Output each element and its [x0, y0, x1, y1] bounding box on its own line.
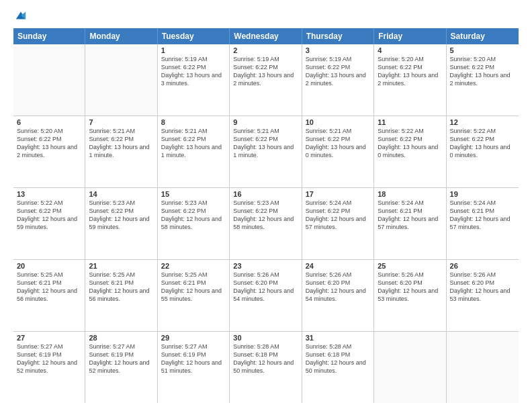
- calendar-header-cell: Tuesday: [158, 28, 230, 44]
- calendar-week-row: 20Sunrise: 5:25 AM Sunset: 6:21 PM Dayli…: [13, 260, 519, 332]
- header: [13, 12, 519, 24]
- calendar-cell: 21Sunrise: 5:25 AM Sunset: 6:21 PM Dayli…: [85, 260, 157, 331]
- day-number: 19: [450, 190, 515, 198]
- cell-text: Sunrise: 5:27 AM Sunset: 6:19 PM Dayligh…: [17, 342, 81, 375]
- calendar-header-cell: Wednesday: [230, 28, 302, 44]
- calendar-cell: 6Sunrise: 5:20 AM Sunset: 6:22 PM Daylig…: [13, 116, 85, 187]
- calendar-cell: 1Sunrise: 5:19 AM Sunset: 6:22 PM Daylig…: [158, 44, 230, 116]
- day-number: 7: [89, 118, 153, 126]
- day-number: 3: [306, 46, 370, 54]
- day-number: 31: [306, 334, 370, 342]
- calendar-cell: 22Sunrise: 5:25 AM Sunset: 6:21 PM Dayli…: [158, 260, 230, 331]
- day-number: 30: [233, 334, 298, 342]
- cell-text: Sunrise: 5:21 AM Sunset: 6:22 PM Dayligh…: [233, 127, 298, 160]
- calendar-cell: 27Sunrise: 5:27 AM Sunset: 6:19 PM Dayli…: [13, 332, 85, 403]
- logo-icon: [15, 9, 27, 21]
- calendar-cell: 10Sunrise: 5:21 AM Sunset: 6:22 PM Dayli…: [302, 116, 374, 187]
- cell-text: Sunrise: 5:20 AM Sunset: 6:22 PM Dayligh…: [378, 55, 442, 88]
- cell-text: Sunrise: 5:19 AM Sunset: 6:22 PM Dayligh…: [306, 55, 370, 88]
- day-number: 18: [378, 190, 442, 198]
- calendar-week-row: 27Sunrise: 5:27 AM Sunset: 6:19 PM Dayli…: [13, 332, 519, 403]
- cell-text: Sunrise: 5:28 AM Sunset: 6:18 PM Dayligh…: [233, 342, 298, 375]
- calendar-cell: 19Sunrise: 5:24 AM Sunset: 6:21 PM Dayli…: [447, 188, 519, 259]
- calendar-cell: 26Sunrise: 5:26 AM Sunset: 6:20 PM Dayli…: [447, 260, 519, 331]
- cell-text: Sunrise: 5:22 AM Sunset: 6:22 PM Dayligh…: [378, 127, 442, 160]
- calendar-cell: 28Sunrise: 5:27 AM Sunset: 6:19 PM Dayli…: [85, 332, 157, 403]
- day-number: 2: [233, 46, 298, 54]
- calendar-cell: [374, 332, 446, 403]
- calendar-cell: [447, 332, 519, 403]
- cell-text: Sunrise: 5:20 AM Sunset: 6:22 PM Dayligh…: [17, 127, 81, 160]
- day-number: 21: [89, 262, 153, 270]
- calendar-header-cell: Monday: [85, 28, 157, 44]
- calendar-cell: 3Sunrise: 5:19 AM Sunset: 6:22 PM Daylig…: [302, 44, 374, 116]
- cell-text: Sunrise: 5:25 AM Sunset: 6:21 PM Dayligh…: [161, 271, 226, 304]
- day-number: 8: [161, 118, 226, 126]
- calendar: SundayMondayTuesdayWednesdayThursdayFrid…: [13, 28, 519, 403]
- calendar-cell: 11Sunrise: 5:22 AM Sunset: 6:22 PM Dayli…: [374, 116, 446, 187]
- day-number: 12: [450, 118, 515, 126]
- calendar-header-cell: Saturday: [447, 28, 519, 44]
- day-number: 1: [161, 46, 226, 54]
- day-number: 17: [306, 190, 370, 198]
- day-number: 25: [378, 262, 442, 270]
- calendar-body: 1Sunrise: 5:19 AM Sunset: 6:22 PM Daylig…: [13, 44, 519, 403]
- calendar-cell: 17Sunrise: 5:24 AM Sunset: 6:22 PM Dayli…: [302, 188, 374, 259]
- cell-text: Sunrise: 5:21 AM Sunset: 6:22 PM Dayligh…: [89, 127, 153, 160]
- day-number: 11: [378, 118, 442, 126]
- calendar-cell: 20Sunrise: 5:25 AM Sunset: 6:21 PM Dayli…: [13, 260, 85, 331]
- cell-text: Sunrise: 5:23 AM Sunset: 6:22 PM Dayligh…: [161, 199, 226, 232]
- cell-text: Sunrise: 5:22 AM Sunset: 6:22 PM Dayligh…: [17, 199, 81, 232]
- cell-text: Sunrise: 5:27 AM Sunset: 6:19 PM Dayligh…: [161, 342, 226, 375]
- calendar-cell: 24Sunrise: 5:26 AM Sunset: 6:20 PM Dayli…: [302, 260, 374, 331]
- calendar-cell: [13, 44, 85, 116]
- cell-text: Sunrise: 5:25 AM Sunset: 6:21 PM Dayligh…: [17, 271, 81, 304]
- cell-text: Sunrise: 5:23 AM Sunset: 6:22 PM Dayligh…: [233, 199, 298, 232]
- calendar-cell: 2Sunrise: 5:19 AM Sunset: 6:22 PM Daylig…: [230, 44, 302, 116]
- calendar-week-row: 1Sunrise: 5:19 AM Sunset: 6:22 PM Daylig…: [13, 44, 519, 116]
- cell-text: Sunrise: 5:25 AM Sunset: 6:21 PM Dayligh…: [89, 271, 153, 304]
- calendar-cell: [85, 44, 157, 116]
- cell-text: Sunrise: 5:23 AM Sunset: 6:22 PM Dayligh…: [89, 199, 153, 232]
- cell-text: Sunrise: 5:19 AM Sunset: 6:22 PM Dayligh…: [161, 55, 226, 88]
- calendar-header-cell: Thursday: [302, 28, 374, 44]
- cell-text: Sunrise: 5:26 AM Sunset: 6:20 PM Dayligh…: [233, 271, 298, 304]
- page: SundayMondayTuesdayWednesdayThursdayFrid…: [0, 0, 532, 411]
- calendar-cell: 5Sunrise: 5:20 AM Sunset: 6:22 PM Daylig…: [447, 44, 519, 116]
- calendar-cell: 15Sunrise: 5:23 AM Sunset: 6:22 PM Dayli…: [158, 188, 230, 259]
- calendar-cell: 29Sunrise: 5:27 AM Sunset: 6:19 PM Dayli…: [158, 332, 230, 403]
- day-number: 26: [450, 262, 515, 270]
- cell-text: Sunrise: 5:24 AM Sunset: 6:21 PM Dayligh…: [450, 199, 515, 232]
- day-number: 14: [89, 190, 153, 198]
- cell-text: Sunrise: 5:26 AM Sunset: 6:20 PM Dayligh…: [306, 271, 370, 304]
- calendar-week-row: 6Sunrise: 5:20 AM Sunset: 6:22 PM Daylig…: [13, 116, 519, 188]
- cell-text: Sunrise: 5:27 AM Sunset: 6:19 PM Dayligh…: [89, 342, 153, 375]
- cell-text: Sunrise: 5:21 AM Sunset: 6:22 PM Dayligh…: [161, 127, 226, 160]
- calendar-cell: 18Sunrise: 5:24 AM Sunset: 6:21 PM Dayli…: [374, 188, 446, 259]
- calendar-header-row: SundayMondayTuesdayWednesdayThursdayFrid…: [13, 28, 519, 44]
- day-number: 20: [17, 262, 81, 270]
- calendar-week-row: 13Sunrise: 5:22 AM Sunset: 6:22 PM Dayli…: [13, 188, 519, 260]
- cell-text: Sunrise: 5:24 AM Sunset: 6:21 PM Dayligh…: [378, 199, 442, 232]
- day-number: 10: [306, 118, 370, 126]
- calendar-cell: 4Sunrise: 5:20 AM Sunset: 6:22 PM Daylig…: [374, 44, 446, 116]
- calendar-cell: 8Sunrise: 5:21 AM Sunset: 6:22 PM Daylig…: [158, 116, 230, 187]
- day-number: 5: [450, 46, 515, 54]
- cell-text: Sunrise: 5:28 AM Sunset: 6:18 PM Dayligh…: [306, 342, 370, 375]
- day-number: 22: [161, 262, 226, 270]
- cell-text: Sunrise: 5:22 AM Sunset: 6:22 PM Dayligh…: [450, 127, 515, 160]
- day-number: 16: [233, 190, 298, 198]
- cell-text: Sunrise: 5:19 AM Sunset: 6:22 PM Dayligh…: [233, 55, 298, 88]
- cell-text: Sunrise: 5:26 AM Sunset: 6:20 PM Dayligh…: [378, 271, 442, 304]
- calendar-cell: 7Sunrise: 5:21 AM Sunset: 6:22 PM Daylig…: [85, 116, 157, 187]
- day-number: 27: [17, 334, 81, 342]
- day-number: 29: [161, 334, 226, 342]
- logo: [13, 12, 27, 24]
- day-number: 23: [233, 262, 298, 270]
- calendar-cell: 23Sunrise: 5:26 AM Sunset: 6:20 PM Dayli…: [230, 260, 302, 331]
- calendar-cell: 25Sunrise: 5:26 AM Sunset: 6:20 PM Dayli…: [374, 260, 446, 331]
- day-number: 15: [161, 190, 226, 198]
- calendar-cell: 16Sunrise: 5:23 AM Sunset: 6:22 PM Dayli…: [230, 188, 302, 259]
- calendar-header-cell: Sunday: [13, 28, 85, 44]
- day-number: 24: [306, 262, 370, 270]
